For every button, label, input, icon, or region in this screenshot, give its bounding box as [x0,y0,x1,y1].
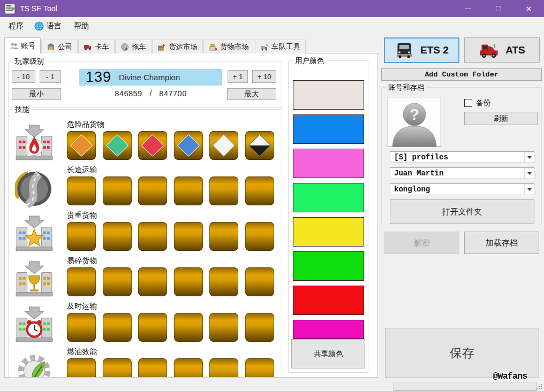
skill-point-button[interactable] [138,267,167,296]
skill-point-button[interactable] [245,358,274,378]
watermark: @Wafans [493,371,527,381]
skill-point-button[interactable] [209,222,238,251]
skill-point-button[interactable] [209,176,238,205]
backup-checkbox[interactable] [464,99,472,107]
skill-point-button[interactable] [138,313,167,342]
skill-point-button[interactable] [138,222,167,251]
xp-total: 847700 [159,89,186,98]
menu-program[interactable]: 程序 [5,17,27,35]
skill-point-button[interactable] [174,358,203,378]
skill-fragile-buttons [67,267,274,296]
skill-long-distance-label: 长途运输 [67,165,97,175]
skill-fragile-icon [15,260,54,299]
color-swatch[interactable] [293,286,364,315]
skill-point-button[interactable] [209,267,238,296]
skill-point-button[interactable] [138,131,167,160]
menu-help[interactable]: 帮助 [71,17,92,35]
skill-point-button[interactable] [209,131,238,160]
tab-trailer[interactable]: 拖车 [115,40,152,53]
tab-fleet-tools-label: 车队工具 [271,42,300,52]
add-custom-folder-button[interactable]: Add Custom Folder [381,68,542,81]
skill-just-in-time-label: 及时运输 [67,302,97,311]
skill-point-button[interactable] [174,267,203,296]
ats-button[interactable]: ATS [464,37,540,63]
tab-truck[interactable]: 卡车 [78,40,115,53]
tab-company[interactable]: 公司 [41,40,78,53]
xp-divider: / [149,89,152,98]
color-swatch[interactable] [293,80,364,110]
trailer-icon [120,43,129,51]
menu-language-label: 语言 [47,21,62,31]
xp-display: 846859 / 847700 [79,89,222,98]
save-button[interactable]: 保存 [385,328,539,378]
resize-grip[interactable] [535,383,543,390]
skill-point-button[interactable] [67,222,96,251]
hazard-diamond-icon [213,134,235,157]
skills-group: 技能 危险品货物 [8,109,282,378]
color-swatch[interactable] [293,251,364,281]
skill-point-button[interactable] [209,358,238,378]
level-minus10-button[interactable]: - 10 [12,70,35,83]
skill-point-button[interactable] [138,176,167,205]
tab-account[interactable]: 账号 [4,37,41,53]
skill-point-button[interactable] [103,358,132,378]
skill-point-button[interactable] [67,131,96,160]
level-plus10-button[interactable]: + 10 [252,70,276,83]
level-min-button[interactable]: 最小 [12,88,61,100]
skill-point-button[interactable] [103,131,132,160]
level-plus1-button[interactable]: + 1 [228,70,248,83]
chevron-down-icon[interactable] [524,168,534,179]
fleet-tools-icon [260,43,269,51]
skill-point-button[interactable] [245,131,274,160]
tab-freight-market[interactable]: 货运市场 [152,40,203,53]
skill-high-value-icon [15,215,54,253]
menu-language[interactable]: 语言 [31,17,65,35]
decrypt-button[interactable]: 解密 [384,232,459,254]
close-button[interactable]: ✕ [513,0,544,17]
skill-point-button[interactable] [245,267,274,296]
skill-point-button[interactable] [209,313,238,342]
hazard-diamond-icon [105,134,128,157]
skill-point-button[interactable] [67,176,96,205]
tab-cargo-market-label: 货物市场 [220,42,249,52]
skill-just-in-time-icon [15,306,54,344]
skill-point-button[interactable] [67,313,96,342]
skill-point-button[interactable] [174,176,203,205]
color-swatch[interactable] [293,217,364,247]
chevron-down-icon[interactable] [524,152,534,163]
skill-point-button[interactable] [174,313,203,342]
skill-point-button[interactable] [174,131,203,160]
ets2-button[interactable]: ETS 2 [384,37,459,63]
skill-point-button[interactable] [103,176,132,205]
color-swatch[interactable] [293,114,364,144]
maximize-button[interactable] [483,0,513,17]
shared-colors-button[interactable]: 共享颜色 [291,339,365,368]
skill-point-button[interactable] [245,313,274,342]
skill-point-button[interactable] [67,267,96,296]
tab-cargo-market[interactable]: 货物市场 [203,40,254,53]
skill-point-button[interactable] [174,222,203,251]
skill-point-button[interactable] [103,313,132,342]
color-swatch[interactable] [293,320,364,339]
chevron-down-icon[interactable] [524,184,534,195]
tab-fleet-tools[interactable]: 车队工具 [255,40,306,53]
color-swatch[interactable] [293,183,364,212]
skill-point-button[interactable] [245,222,274,251]
level-minus1-button[interactable]: - 1 [40,70,61,83]
refresh-button[interactable]: 刷新 [464,112,538,125]
save-slot-dropdown[interactable]: konglong [390,183,534,195]
skill-point-button[interactable] [67,358,96,378]
minimize-icon [465,9,471,9]
skill-point-button[interactable] [138,358,167,378]
color-swatch[interactable] [293,149,364,178]
level-max-button[interactable]: 最大 [227,88,276,100]
skill-point-button[interactable] [103,267,132,296]
load-save-button[interactable]: 加载存档 [464,232,539,254]
minimize-button[interactable] [452,0,483,17]
open-folder-button[interactable]: 打开文件夹 [390,199,534,224]
skill-point-button[interactable] [245,176,274,205]
avatar-placeholder-icon: ? [388,97,441,147]
skill-point-button[interactable] [103,222,132,251]
profile-name-dropdown[interactable]: Juan Martin [390,167,534,179]
profiles-dropdown[interactable]: [S] profiles [390,151,534,163]
